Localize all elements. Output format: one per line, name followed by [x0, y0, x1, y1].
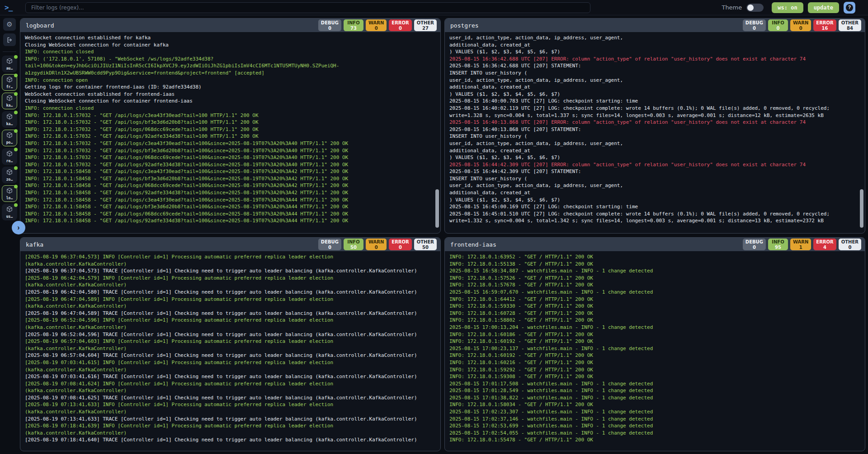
panel-postgres: postgresDEBUG0INFO0WARN0ERROR16OTHER84us…: [444, 18, 865, 234]
websocket-toggle-button[interactable]: ws: on: [772, 2, 803, 13]
log-line: INFO: 172.18.0.1:58458 - "GET /api/logs/…: [25, 197, 436, 204]
sidebar-item-re[interactable]: re…: [2, 148, 17, 165]
log-line: 2025-08-15 16:36:42.688 UTC [207] STATEM…: [449, 62, 860, 70]
panel-kafka: kafkaDEBUG0INFO50WARN0ERROR0OTHER50[2025…: [20, 237, 441, 451]
sidebar-item-label: us…: [6, 215, 13, 219]
log-line: INFO: 172.18.0.1:59292 - "GET / HTTP/1.1…: [449, 366, 860, 374]
sidebar-item-label: zo…: [6, 178, 13, 182]
sidebar-item-au[interactable]: au…: [2, 56, 17, 72]
status-dot: [14, 148, 18, 151]
badge-count: 0: [321, 26, 339, 31]
log-line: [2025-08-19 06:57:04,604] TRACE [Control…: [25, 352, 436, 359]
badge-label: OTHER: [841, 20, 859, 26]
panel-header: frontend-iaasDEBUG0INFO95WARN1ERROR4OTHE…: [445, 238, 865, 251]
settings-button[interactable]: ⚙: [3, 18, 16, 31]
badge-label: ERROR: [816, 239, 833, 245]
container-cube-icon: [6, 187, 13, 196]
sidebar-item-po[interactable]: po…: [2, 130, 17, 146]
log-line: INFO: 172.18.0.1:57032 - "GET /api/logs/…: [25, 112, 436, 119]
error-count-badge: ERROR0: [389, 239, 411, 250]
error-count-badge: ERROR0: [389, 19, 411, 31]
log-line: INFO: 172.18.0.1:59308 - "GET / HTTP/1.1…: [449, 373, 860, 380]
badge-count: 0: [745, 26, 763, 31]
log-output: [2025-08-19 06:37:04,573] INFO [Controll…: [20, 251, 440, 451]
scrollbar-thumb[interactable]: [860, 189, 863, 228]
debug-count-badge: DEBUG0: [743, 239, 766, 250]
log-line: INSERT INTO user_history (: [449, 70, 860, 77]
log-line: [2025-08-19 06:37:04,573] INFO [Controll…: [25, 253, 436, 261]
badge-count: 27: [417, 26, 434, 31]
theme-toggle-knob: [747, 5, 754, 11]
debug-count-badge: DEBUG0: [743, 19, 766, 31]
chevron-right-icon: ›: [17, 224, 19, 232]
log-line: Closing WebSocket connection for contain…: [25, 98, 436, 105]
update-button[interactable]: update: [808, 2, 839, 13]
log-line: [2025-08-19 06:47:04,589] INFO [Controll…: [25, 296, 436, 303]
sidebar-item-label: ka…: [6, 122, 13, 126]
sidebar-expand-button[interactable]: ›: [12, 221, 25, 234]
panel-header: logboardDEBUG0INFO73WARN0ERROR0OTHER27: [20, 19, 440, 32]
log-line: 2025-08-15 16:40:02.119 UTC [27] LOG: ch…: [449, 105, 860, 112]
log-line: [2025-08-19 07:08:41,625] TRACE [Control…: [25, 394, 436, 402]
sidebar-item-lo[interactable]: lo…: [2, 185, 17, 202]
log-line: 2025-08-15 17:02:23,307 - watchfiles.mai…: [449, 408, 860, 416]
log-line: 2025-08-15 16:44:42.309 UTC [207] ERROR:…: [449, 161, 860, 168]
log-line: [2025-08-19 06:37:04,573] TRACE [Control…: [25, 267, 436, 275]
scrollbar-thumb[interactable]: [435, 189, 439, 228]
info-count-badge: INFO73: [344, 19, 363, 31]
log-line: (kafka.controller.KafkaController): [25, 303, 436, 310]
logout-button[interactable]: [3, 33, 16, 46]
filter-logs-input[interactable]: [25, 2, 590, 13]
panel-title: kafka: [26, 241, 43, 248]
panel-header: postgresDEBUG0INFO0WARN0ERROR16OTHER84: [445, 19, 865, 32]
sidebar-item-us[interactable]: us…: [2, 204, 17, 220]
log-line: WebSocket connection established for kaf…: [25, 34, 436, 42]
theme-toggle[interactable]: [746, 4, 764, 12]
log-line: INFO: 172.18.0.1:60192 - "GET / HTTP/1.1…: [449, 352, 860, 359]
log-line: INFO: 172.18.0.1:60216 - "GET / HTTP/1.1…: [449, 359, 860, 366]
log-line: 2025-08-15 16:40:13.868 UTC [207] STATEM…: [449, 126, 860, 133]
badge-label: WARN: [368, 20, 384, 26]
log-line: 2025-08-15 17:02:53,699 - watchfiles.mai…: [449, 422, 860, 430]
log-line: [2025-08-19 07:18:41,639] INFO [Controll…: [25, 422, 436, 430]
log-line: INFO: 172.18.0.1:57032 - "GET /api/logs/…: [25, 140, 436, 147]
sidebar-item-ka[interactable]: ka…: [2, 111, 17, 128]
badge-count: 0: [368, 26, 384, 31]
log-line: 2025-08-15 17:02:37,146 - watchfiles.mai…: [449, 416, 860, 423]
log-line: [2025-08-19 07:13:41,633] TRACE [Control…: [25, 416, 436, 423]
panel-title: frontend-iaas: [450, 241, 496, 248]
warn-count-badge: WARN1: [790, 239, 811, 250]
badge-count: 50: [417, 245, 434, 250]
badge-label: DEBUG: [321, 20, 339, 26]
help-button[interactable]: ?: [844, 2, 855, 14]
sidebar-item-label: lo…: [6, 196, 13, 200]
main-area: ⚙ au…fr…ka…ka…po…re…zo…lo…us… › logboard…: [0, 15, 868, 454]
badge-label: INFO: [771, 239, 785, 245]
panel-header: kafkaDEBUG0INFO50WARN0ERROR0OTHER50: [20, 238, 440, 251]
badge-count: 50: [346, 245, 361, 250]
status-dot: [14, 129, 18, 133]
sidebar-item-fr[interactable]: fr…: [2, 74, 17, 91]
sidebar-item-ka[interactable]: ka…: [2, 93, 17, 109]
sidebar-item-zo[interactable]: zo…: [2, 167, 17, 183]
log-line: INFO: 172.18.0.1:58458 - "GET /api/logs/…: [25, 217, 436, 225]
log-line: INFO: connection closed: [25, 48, 436, 56]
badge-label: OTHER: [841, 239, 859, 245]
log-line: INFO: 172.18.0.1:57032 - "GET /api/logs/…: [25, 161, 436, 168]
log-output: INFO: 172.18.0.1:63952 - "GET / HTTP/1.1…: [445, 251, 865, 451]
log-line: [2025-08-19 06:42:04,579] INFO [Controll…: [25, 275, 436, 282]
level-badges: DEBUG0INFO0WARN0ERROR16OTHER84: [743, 19, 861, 31]
log-line: additional_data, created_at: [449, 147, 860, 154]
container-cube-icon: [6, 150, 13, 159]
badge-count: 84: [841, 26, 859, 31]
log-line: [2025-08-19 07:03:41,616] TRACE [Control…: [25, 373, 436, 380]
log-line: 2025-08-15 17:01:17,508 - watchfiles.mai…: [449, 380, 860, 388]
log-line: (kafka.controller.KafkaController): [25, 324, 436, 331]
sidebar-item-label: fr…: [6, 85, 13, 89]
log-line: user_id, action_type, action_data, ip_ad…: [449, 34, 860, 42]
badge-label: INFO: [346, 239, 361, 245]
badge-label: INFO: [771, 20, 785, 26]
badge-count: 0: [841, 245, 859, 250]
log-line: write=1.328 s, sync=0.004 s, total=1.337…: [449, 112, 860, 119]
log-line: INFO: 172.18.0.1:58034 - "GET / HTTP/1.1…: [449, 401, 860, 408]
